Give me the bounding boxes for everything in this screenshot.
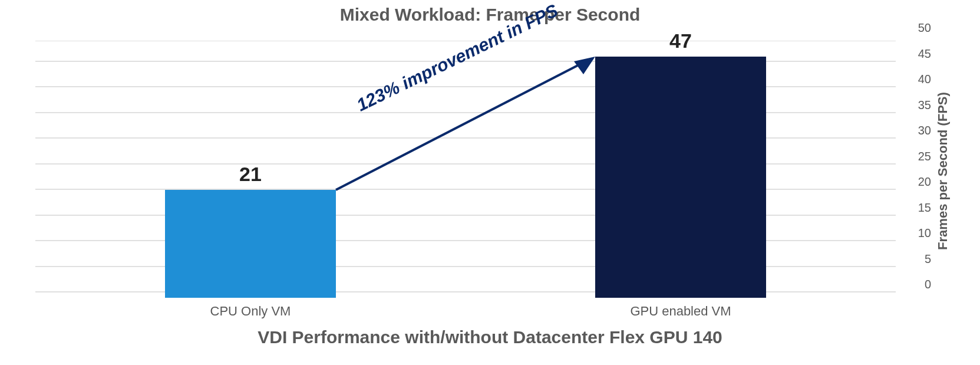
- svg-line-0: [336, 63, 583, 190]
- chart-subtitle: VDI Performance with/without Datacenter …: [0, 327, 980, 347]
- gridline: [35, 41, 896, 41]
- svg-marker-1: [574, 57, 595, 74]
- y-tick-label: 50: [902, 21, 931, 35]
- y-tick-label: 45: [902, 47, 931, 60]
- y-axis-title: Frames per Second (FPS): [935, 92, 951, 250]
- improvement-arrow-icon: [336, 57, 595, 190]
- y-tick-label: 15: [902, 200, 931, 214]
- gridline: [35, 291, 896, 292]
- x-tick-label: CPU Only VM: [165, 304, 336, 319]
- x-tick-label: GPU enabled VM: [595, 304, 766, 319]
- y-tick-label: 10: [902, 226, 931, 240]
- y-tick-label: 30: [902, 124, 931, 137]
- bar-cpu-only: 21: [165, 190, 336, 298]
- gridline: [35, 215, 896, 216]
- data-label: 21: [165, 163, 336, 186]
- y-tick-label: 20: [902, 175, 931, 189]
- y-tick-label: 25: [902, 149, 931, 163]
- y-tick-label: 0: [902, 278, 931, 291]
- bar-gpu-enabled: 47: [595, 57, 766, 298]
- y-axis: 0 5 10 15 20 25 30 35 40 45 50: [902, 41, 937, 298]
- y-tick-label: 5: [902, 252, 931, 265]
- y-tick-label: 40: [902, 73, 931, 86]
- gridline: [35, 266, 896, 267]
- data-label: 47: [595, 29, 766, 52]
- y-tick-label: 35: [902, 98, 931, 111]
- chart-title: Mixed Workload: Frame per Second: [0, 5, 980, 25]
- plot-area: 21 47 123% improvement in FPS: [35, 41, 896, 298]
- gridline: [35, 240, 896, 241]
